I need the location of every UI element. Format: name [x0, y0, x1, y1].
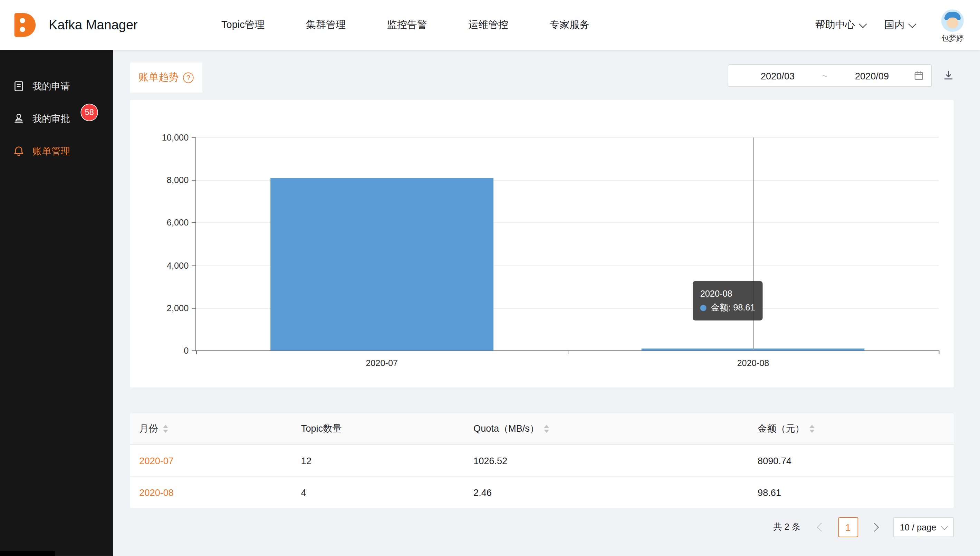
help-center-label: 帮助中心	[815, 18, 855, 31]
x-axis-tick	[939, 351, 940, 354]
calendar-icon	[914, 70, 924, 81]
gridline	[196, 137, 939, 138]
toolbar: 账单趋势 2020/03 ~ 2020/09	[130, 63, 954, 92]
y-axis-tick	[192, 180, 195, 181]
sidebar-item-my-applications[interactable]: 我的申请	[0, 70, 113, 103]
y-axis-tick	[192, 223, 195, 223]
help-question-icon[interactable]	[183, 72, 194, 83]
kafka-manager-app: Kafka Manager Topic管理 集群管理 监控告警 运维管控 专家服…	[0, 0, 980, 556]
cell-quota: 1026.52	[464, 444, 748, 476]
stamp-icon	[13, 113, 25, 125]
sidebar-item-label: 我的审批	[32, 113, 70, 124]
y-axis-label: 8,000	[167, 175, 189, 185]
month-link[interactable]: 2020-07	[139, 455, 174, 466]
date-end-input[interactable]: 2020/09	[830, 70, 914, 81]
y-axis-tick	[192, 137, 195, 138]
date-range-picker[interactable]: 2020/03 ~ 2020/09	[728, 64, 932, 87]
y-axis-tick	[192, 308, 195, 309]
cell-month: 2020-07	[130, 444, 291, 476]
clipboard-icon	[13, 80, 25, 92]
page-size-value: 10 / page	[900, 522, 936, 532]
sort-carets-icon[interactable]	[809, 425, 814, 433]
nav-item-expert[interactable]: 专家服务	[549, 18, 589, 31]
x-axis-label: 2020-07	[366, 358, 398, 368]
page-1-button[interactable]: 1	[838, 517, 858, 537]
y-axis-tick	[192, 351, 195, 351]
chevron-right-icon	[870, 523, 879, 532]
cell-amount: 98.61	[748, 476, 954, 508]
app-logo-icon[interactable]	[9, 10, 39, 40]
avatar-face	[947, 17, 958, 28]
nav-item-cluster[interactable]: 集群管理	[306, 18, 346, 31]
tab-label: 账单趋势	[139, 71, 179, 84]
nav-item-topic[interactable]: Topic管理	[221, 18, 265, 31]
chevron-down-icon	[908, 20, 916, 27]
alarm-bell-icon	[13, 145, 25, 157]
y-axis-label: 6,000	[167, 218, 189, 228]
y-axis-tick	[192, 265, 195, 266]
user-avatar[interactable]	[941, 9, 964, 31]
download-button[interactable]	[943, 70, 954, 83]
chevron-down-icon	[859, 20, 867, 27]
download-icon	[943, 70, 954, 81]
help-center-menu[interactable]: 帮助中心	[815, 18, 866, 31]
cell-amount: 8090.74	[748, 444, 954, 476]
billing-trend-chart: 10,000 8,000 6,000 4,000 2,000 0 2020-07…	[130, 100, 954, 387]
month-link[interactable]: 2020-08	[139, 487, 174, 498]
table-row: 2020-08 4 2.46 98.61	[130, 476, 954, 508]
y-axis-label: 10,000	[162, 132, 189, 142]
date-start-input[interactable]: 2020/03	[736, 70, 820, 81]
y-axis-label: 2,000	[167, 303, 189, 313]
sidebar: 我的申请 我的审批 58 账单管理	[0, 50, 113, 556]
region-select[interactable]: 国内	[884, 18, 915, 31]
tooltip-value: 金额: 98.61	[710, 301, 755, 315]
sidebar-item-label: 账单管理	[32, 145, 70, 157]
app-title: Kafka Manager	[49, 18, 138, 32]
table-header-row: 月份 Topic数量 Quota（MB/s）	[130, 414, 954, 444]
sort-carets-icon[interactable]	[163, 425, 168, 433]
approvals-count-badge: 58	[81, 104, 97, 121]
total-count: 共 2 条	[773, 522, 801, 533]
main-content: 账单趋势 2020/03 ~ 2020/09	[113, 50, 980, 556]
toolbar-right: 2020/03 ~ 2020/09	[728, 63, 954, 87]
y-axis-label: 0	[184, 345, 189, 356]
chevron-down-icon	[941, 523, 948, 530]
region-label: 国内	[884, 18, 904, 31]
date-separator: ~	[819, 70, 830, 81]
table-row: 2020-07 12 1026.52 8090.74	[130, 444, 954, 476]
cell-quota: 2.46	[464, 476, 748, 508]
next-page-button[interactable]	[865, 517, 885, 537]
user-name: 包梦婷	[941, 33, 964, 44]
sort-carets-icon[interactable]	[544, 425, 549, 433]
tooltip-title: 2020-08	[700, 287, 755, 301]
nav-item-monitor[interactable]: 监控告警	[387, 18, 427, 31]
y-axis-label: 4,000	[167, 260, 189, 270]
sidebar-item-billing[interactable]: 账单管理	[0, 135, 113, 168]
chart-tooltip: 2020-08 金额: 98.61	[693, 281, 762, 320]
column-header-amount[interactable]: 金额（元）	[748, 414, 954, 444]
x-axis-label: 2020-08	[737, 358, 769, 368]
top-header: Kafka Manager Topic管理 集群管理 监控告警 运维管控 专家服…	[0, 0, 980, 50]
sidebar-collapse-trigger[interactable]	[0, 551, 55, 556]
x-axis-tick	[567, 351, 568, 354]
tab-billing-trend[interactable]: 账单趋势	[130, 63, 202, 92]
chevron-left-icon	[817, 523, 826, 532]
billing-table: 月份 Topic数量 Quota（MB/s）	[130, 414, 954, 508]
x-axis-tick	[196, 351, 197, 354]
top-nav: Topic管理 集群管理 监控告警 运维管控 专家服务	[221, 18, 589, 31]
column-header-month[interactable]: 月份	[130, 414, 291, 444]
user-profile: 包梦婷	[941, 9, 964, 43]
sidebar-item-label: 我的申请	[32, 80, 70, 92]
series-dot-icon	[700, 305, 707, 311]
cell-topic-count: 12	[292, 444, 464, 476]
bar-2020-07[interactable]	[270, 178, 493, 351]
prev-page-button[interactable]	[810, 517, 830, 537]
chart-plot-area: 10,000 8,000 6,000 4,000 2,000 0 2020-07…	[195, 137, 938, 351]
cell-month: 2020-08	[130, 476, 291, 508]
column-header-quota[interactable]: Quota（MB/s）	[464, 414, 748, 444]
sidebar-item-my-approvals[interactable]: 我的审批 58	[0, 103, 113, 135]
nav-item-ops[interactable]: 运维管控	[468, 18, 508, 31]
cell-topic-count: 4	[292, 476, 464, 508]
page-size-select[interactable]: 10 / page	[893, 517, 954, 537]
header-right: 帮助中心 国内 包梦婷	[815, 6, 964, 44]
